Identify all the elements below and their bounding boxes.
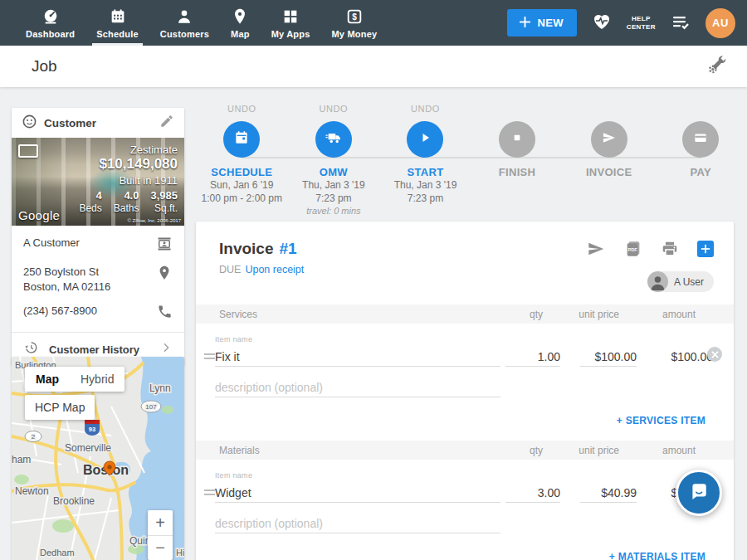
assignee-chip[interactable]: A User — [647, 271, 714, 292]
service-unit-price-input[interactable] — [580, 347, 637, 367]
money-icon: $ — [345, 7, 364, 26]
map-label-brookline: Brookline — [53, 495, 95, 507]
location-pin-icon[interactable] — [156, 265, 173, 285]
chat-launcher-button[interactable] — [676, 470, 722, 516]
invoice-number[interactable]: #1 — [279, 240, 296, 258]
pdf-icon[interactable]: PDF — [624, 240, 642, 258]
edit-pencil-icon[interactable] — [159, 114, 174, 132]
service-description-input[interactable] — [215, 377, 500, 397]
step-date: Thu, Jan 3 '19 — [302, 178, 365, 192]
unit-price-column — [580, 335, 637, 397]
step-label: SCHEDULE — [211, 166, 272, 178]
customer-card-title: Customer — [44, 117, 96, 129]
omw-step-button[interactable] — [315, 121, 352, 158]
nav-label: Dashboard — [26, 29, 75, 39]
map-type-toggle: Map Hybrid — [25, 367, 124, 392]
play-icon — [417, 129, 433, 149]
stat-sqft: 3,985 Sq.ft. — [150, 189, 178, 215]
customer-card-header: Customer — [12, 108, 184, 138]
contact-card-icon[interactable] — [156, 236, 173, 256]
send-invoice-icon[interactable] — [586, 240, 606, 258]
nav-item-my-apps[interactable]: My Apps — [261, 0, 321, 46]
due-value-link[interactable]: Upon receipt — [245, 264, 304, 275]
nav-item-map[interactable]: Map — [220, 0, 261, 46]
nav-label: My Apps — [271, 29, 310, 39]
address-line2: Boston, MA 02116 — [23, 280, 110, 295]
drag-handle[interactable] — [204, 335, 215, 397]
customer-card: Customer Zestimate $10,149,080 Built in … — [12, 108, 184, 366]
nav-item-my-money[interactable]: $ My Money — [321, 0, 388, 46]
nav-item-customers[interactable]: Customers — [149, 0, 220, 46]
nav-item-dashboard[interactable]: Dashboard — [15, 0, 85, 46]
material-description-input[interactable] — [215, 514, 500, 533]
zoom-out-button[interactable]: − — [148, 535, 173, 560]
qty-column-header: qty — [488, 309, 543, 320]
assignee-name: A User — [674, 276, 704, 288]
undo-start-button[interactable]: UNDO — [411, 104, 440, 119]
beds-value: 4 — [79, 189, 101, 202]
remove-service-item-button[interactable] — [707, 347, 722, 362]
chevron-right-icon — [159, 341, 173, 358]
map-label-waltham: ham — [12, 454, 31, 465]
step-start: UNDO START Thu, Jan 3 '19 7:23 pm — [379, 104, 471, 217]
unit-price-column-header: unit price — [563, 309, 619, 320]
customer-phone: (234) 567-8900 — [23, 304, 97, 319]
pay-step-button[interactable] — [682, 121, 719, 158]
customer-address-row: 250 Boylston St Boston, MA 02116 — [23, 265, 173, 295]
property-stats: 4 Beds 4.0 Baths 3,985 Sq.ft. — [79, 189, 178, 215]
drag-handle[interactable] — [204, 471, 215, 533]
step-label: OMW — [320, 166, 348, 178]
page-title: Job — [32, 57, 57, 75]
route-2-shield: 2 — [25, 431, 42, 442]
property-photo[interactable]: Zestimate $10,149,080 Built in 1911 4 Be… — [12, 138, 184, 226]
map-button[interactable]: Map — [25, 367, 70, 392]
service-item-name-input[interactable] — [215, 347, 500, 367]
material-item-name-input[interactable] — [215, 483, 500, 503]
undo-schedule-button[interactable]: UNDO — [227, 104, 256, 119]
material-qty-input[interactable] — [505, 483, 560, 503]
print-icon[interactable] — [661, 240, 679, 258]
send-icon — [601, 129, 618, 149]
user-avatar[interactable]: AU — [706, 8, 735, 38]
add-materials-item-link[interactable]: + MATERIALS ITEM — [609, 551, 706, 560]
phone-icon[interactable] — [157, 304, 173, 323]
truck-icon — [325, 129, 343, 150]
material-line-item: Item name $122.97 — [196, 460, 734, 533]
step-invoice: INVOICE — [563, 104, 655, 217]
amount-column-header: amount — [636, 309, 696, 320]
undo-omw-button[interactable]: UNDO — [319, 104, 348, 119]
finish-step-button[interactable] — [499, 121, 535, 158]
invoice-title-block: Invoice #1 DUEUpon receipt — [219, 240, 304, 292]
schedule-step-button[interactable] — [223, 121, 260, 158]
service-line-item: Item name $100.00 — [196, 324, 734, 397]
invoice-step-button[interactable] — [591, 121, 627, 158]
map-widget[interactable]: 2 107 93 Burlington Lynn Somerville ham … — [12, 357, 184, 560]
health-heart-icon[interactable] — [591, 12, 613, 35]
add-services-item-link[interactable]: + SERVICES ITEM — [617, 415, 706, 426]
item-name-label: Item name — [215, 471, 500, 480]
start-step-button[interactable] — [407, 121, 443, 158]
customer-history-label: Customer History — [49, 343, 139, 356]
top-navigation: Dashboard Schedule Customers Map — [0, 0, 747, 46]
route-107-label: 107 — [145, 403, 157, 411]
calendar-step-icon — [233, 129, 250, 149]
hcp-map-button[interactable]: HCP Map — [25, 395, 95, 420]
job-settings-icon[interactable] — [707, 55, 727, 78]
map-pin-icon — [231, 7, 249, 26]
customer-address: 250 Boylston St Boston, MA 02116 — [23, 265, 110, 295]
page-header: Job — [0, 46, 747, 87]
material-unit-price-input[interactable] — [580, 483, 637, 503]
add-invoice-button[interactable] — [697, 241, 714, 257]
help-center-link[interactable]: HELP CENTER — [627, 15, 656, 32]
customer-info: A Customer 250 Boylston St Boston, MA 02… — [12, 226, 184, 366]
nav-right-cluster: NEW HELP CENTER AU — [507, 0, 747, 46]
service-qty-input[interactable] — [505, 347, 560, 367]
hybrid-button[interactable]: Hybrid — [70, 367, 124, 392]
nav-item-schedule[interactable]: Schedule — [85, 0, 149, 46]
new-button[interactable]: NEW — [507, 9, 577, 37]
map-label-hingham: Hi — [176, 548, 184, 558]
activity-list-icon[interactable] — [670, 12, 691, 35]
zoom-in-button[interactable]: + — [148, 510, 173, 535]
map-label-somerville: Somerville — [65, 442, 111, 454]
map-label-dedham: Dedham — [40, 548, 75, 558]
